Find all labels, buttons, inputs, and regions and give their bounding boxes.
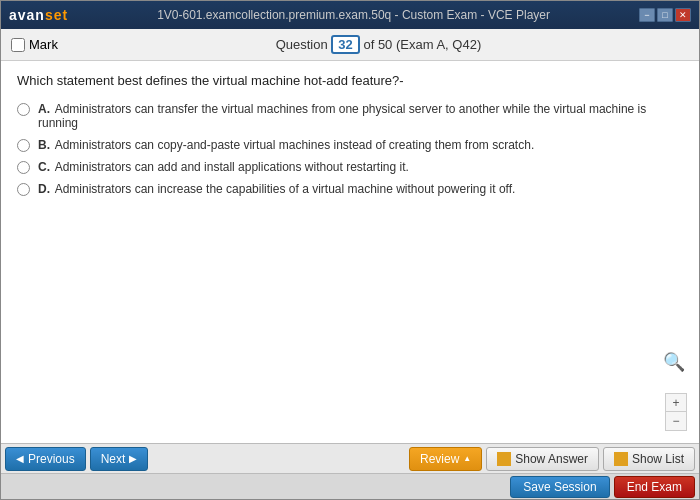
option-a-text: A. Administrators can transfer the virtu… [38, 102, 683, 130]
show-list-icon [614, 452, 628, 466]
option-d-text: D. Administrators can increase the capab… [38, 182, 515, 196]
mark-checkbox[interactable]: Mark [11, 37, 58, 52]
zoom-controls: + − [665, 393, 687, 431]
app-window: avanset 1V0-601.examcollection.premium.e… [0, 0, 700, 500]
show-answer-icon [497, 452, 511, 466]
mark-label: Mark [29, 37, 58, 52]
title-bar: avanset 1V0-601.examcollection.premium.e… [1, 1, 699, 29]
next-chevron-icon: ▶ [129, 453, 137, 464]
zoom-out-button[interactable]: − [666, 412, 686, 430]
radio-b[interactable] [17, 139, 30, 152]
radio-c[interactable] [17, 161, 30, 174]
radio-d[interactable] [17, 183, 30, 196]
question-text: Which statement best defines the virtual… [17, 73, 683, 88]
mark-input[interactable] [11, 38, 25, 52]
end-exam-button[interactable]: End Exam [614, 476, 695, 498]
search-icon: 🔍 [663, 352, 685, 372]
option-b-text: B. Administrators can copy-and-paste vir… [38, 138, 534, 152]
question-label: Question [276, 37, 328, 52]
question-total: of 50 (Exam A, Q42) [363, 37, 481, 52]
window-controls: − □ ✕ [639, 8, 691, 22]
nav-row-1: ◀ Previous Next ▶ Review ▲ Show Answer [1, 444, 699, 473]
show-list-button[interactable]: Show List [603, 447, 695, 471]
maximize-button[interactable]: □ [657, 8, 673, 22]
option-d[interactable]: D. Administrators can increase the capab… [17, 182, 683, 196]
option-c[interactable]: C. Administrators can add and install ap… [17, 160, 683, 174]
option-a[interactable]: A. Administrators can transfer the virtu… [17, 102, 683, 130]
question-toolbar: Mark Question 32 of 50 (Exam A, Q42) [1, 29, 699, 61]
search-icon-area: 🔍 [663, 351, 685, 373]
next-button[interactable]: Next ▶ [90, 447, 149, 471]
logo: avanset [9, 7, 68, 23]
question-number-badge: 32 [331, 35, 359, 54]
option-c-text: C. Administrators can add and install ap… [38, 160, 409, 174]
review-button[interactable]: Review ▲ [409, 447, 482, 471]
answer-options: A. Administrators can transfer the virtu… [17, 102, 683, 196]
nav-row-2: Save Session End Exam [1, 473, 699, 499]
option-b[interactable]: B. Administrators can copy-and-paste vir… [17, 138, 683, 152]
save-session-button[interactable]: Save Session [510, 476, 609, 498]
main-content: Mark Question 32 of 50 (Exam A, Q42) Whi… [1, 29, 699, 499]
minimize-button[interactable]: − [639, 8, 655, 22]
zoom-in-button[interactable]: + [666, 394, 686, 412]
review-expand-icon: ▲ [463, 454, 471, 463]
previous-button[interactable]: ◀ Previous [5, 447, 86, 471]
close-button[interactable]: ✕ [675, 8, 691, 22]
question-area: Which statement best defines the virtual… [1, 61, 699, 443]
bottom-nav: ◀ Previous Next ▶ Review ▲ Show Answer [1, 443, 699, 499]
radio-a[interactable] [17, 103, 30, 116]
question-info: Question 32 of 50 (Exam A, Q42) [68, 35, 689, 54]
previous-chevron-icon: ◀ [16, 453, 24, 464]
show-answer-button[interactable]: Show Answer [486, 447, 599, 471]
logo-text: avanset [9, 7, 68, 23]
window-title: 1V0-601.examcollection.premium.exam.50q … [68, 8, 639, 22]
